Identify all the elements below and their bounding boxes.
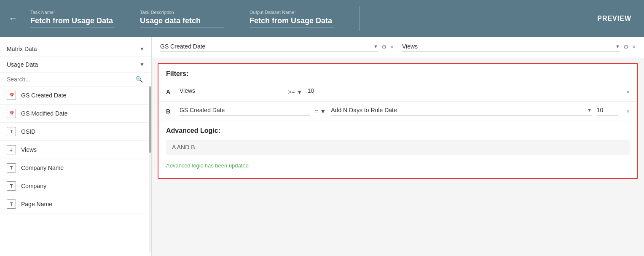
list-item[interactable]: T GSID [0, 123, 151, 141]
close-icon-2[interactable]: × [632, 43, 636, 50]
filter-number-b[interactable]: 10 [597, 107, 618, 116]
advanced-logic-message: Advanced logic has been updated [166, 159, 630, 172]
filter-row-a: A Views >= ▼ 10 × [158, 82, 637, 102]
right-content: GS Created Date ▼ ⚙ × Views ▼ ⚙ × [152, 37, 644, 256]
sidebar-items-list: 📅 GS Created Date 📅 GS Modified Date T G… [0, 86, 151, 252]
sidebar-item-label: GS Created Date [21, 92, 66, 99]
usage-data-dropdown[interactable]: Usage Data ▼ [0, 57, 151, 73]
preview-button[interactable]: PREVIEW [597, 15, 631, 22]
output-dataset-value[interactable]: Fetch from Usage Data [250, 16, 334, 27]
chevron-down-icon-1: ▼ [373, 44, 378, 49]
output-dataset-label: Output Dataset Name* [250, 10, 334, 15]
operator-chevron-b: ▼ [320, 108, 326, 115]
field-actions-2: ⚙ × [623, 43, 636, 50]
back-button[interactable]: ← [8, 13, 18, 24]
matrix-data-arrow-icon: ▼ [140, 46, 145, 52]
close-icon-1[interactable]: × [390, 43, 394, 50]
list-item[interactable]: T Page Name [0, 195, 151, 213]
filter-value-a[interactable]: 10 [308, 87, 618, 96]
chevron-down-icon-2: ▼ [615, 44, 620, 49]
search-icon: 🔍 [136, 76, 143, 83]
gear-icon-1[interactable]: ⚙ [381, 43, 387, 50]
top-fields-row: GS Created Date ▼ ⚙ × Views ▼ ⚙ × [152, 37, 644, 58]
field-group-2: Views ▼ ⚙ × [402, 41, 636, 52]
field-select-2[interactable]: Views ▼ [402, 41, 620, 52]
sidebar-item-label: GS Modified Date [21, 110, 68, 117]
text-icon: T [7, 199, 16, 209]
filter-value-text-b: Add N Days to Rule Date [331, 107, 584, 113]
output-dataset-field: Output Dataset Name* Fetch from Usage Da… [250, 10, 334, 27]
search-input[interactable] [7, 76, 145, 83]
gear-icon-2[interactable]: ⚙ [623, 43, 629, 50]
filters-header: Filters: [158, 64, 637, 82]
advanced-logic-title: Advanced Logic: [166, 127, 630, 135]
filters-section: Filters: A Views >= ▼ 10 × B GS Created … [158, 63, 638, 179]
operator-value-a: >= [288, 89, 295, 95]
filter-value-field-b[interactable]: Add N Days to Rule Date ▼ [331, 107, 592, 116]
usage-data-arrow-icon: ▼ [140, 62, 145, 67]
field-actions-1: ⚙ × [381, 43, 394, 50]
filter-label-a: A [166, 89, 174, 95]
sidebar: Matrix Data ▼ Usage Data ▼ 🔍 📅 GS Create… [0, 37, 152, 256]
filter-value-chevron-b: ▼ [587, 108, 592, 113]
filter-operator-a[interactable]: >= ▼ [288, 89, 302, 95]
advanced-section: Advanced Logic: A AND B Advanced logic h… [158, 121, 637, 178]
scrollbar[interactable] [149, 86, 151, 252]
filter-close-b[interactable]: × [626, 108, 630, 115]
field-select-1[interactable]: GS Created Date ▼ [160, 41, 378, 52]
operator-chevron-a: ▼ [297, 89, 303, 95]
list-item[interactable]: 📅 GS Modified Date [0, 105, 151, 123]
filters-title: Filters: [166, 70, 188, 77]
operator-value-b: = [315, 108, 318, 115]
list-item[interactable]: T Company [0, 177, 151, 195]
task-name-field: Task Name* Fetch from Usage Data [30, 10, 115, 27]
task-description-field: Task Description Usage data fetch [140, 10, 224, 27]
sidebar-item-label: GSID [21, 128, 35, 135]
text-icon: T [7, 127, 16, 136]
field-select-2-value: Views [402, 43, 418, 50]
hash-icon: # [7, 145, 16, 154]
filter-operator-b[interactable]: = ▼ [315, 108, 326, 115]
matrix-data-label: Matrix Data [7, 46, 37, 52]
filter-row-b: B GS Created Date = ▼ Add N Days to Rule… [158, 102, 637, 121]
sidebar-item-label: Company Name [21, 164, 64, 171]
calendar-icon: 📅 [7, 109, 16, 118]
filter-label-b: B [166, 108, 174, 115]
field-group-1: GS Created Date ▼ ⚙ × [160, 41, 394, 52]
task-name-value[interactable]: Fetch from Usage Data [30, 16, 115, 27]
list-item[interactable]: # Views [0, 141, 151, 159]
header: ← Task Name* Fetch from Usage Data Task … [0, 0, 644, 37]
header-divider [359, 6, 360, 31]
task-description-label: Task Description [140, 10, 224, 15]
calendar-icon: 📅 [7, 91, 16, 100]
task-description-value[interactable]: Usage data fetch [140, 16, 224, 27]
task-name-label: Task Name* [30, 10, 115, 15]
field-select-1-value: GS Created Date [160, 43, 205, 50]
text-icon: T [7, 181, 16, 191]
scrollbar-thumb[interactable] [149, 86, 151, 153]
sidebar-item-label: Company [21, 183, 46, 189]
list-item[interactable]: T Company Name [0, 159, 151, 177]
matrix-data-dropdown[interactable]: Matrix Data ▼ [0, 41, 151, 57]
search-container: 🔍 [0, 73, 151, 86]
advanced-logic-expression[interactable]: A AND B [166, 140, 630, 155]
sidebar-item-label: Views [21, 146, 37, 153]
main-content: Matrix Data ▼ Usage Data ▼ 🔍 📅 GS Create… [0, 37, 644, 256]
usage-data-label: Usage Data [7, 61, 38, 68]
filter-field-b[interactable]: GS Created Date [180, 107, 310, 116]
filter-close-a[interactable]: × [626, 89, 630, 95]
text-icon: T [7, 163, 16, 172]
filter-field-a[interactable]: Views [180, 87, 283, 96]
list-item[interactable]: 📅 GS Created Date [0, 86, 151, 105]
sidebar-item-label: Page Name [21, 201, 52, 207]
